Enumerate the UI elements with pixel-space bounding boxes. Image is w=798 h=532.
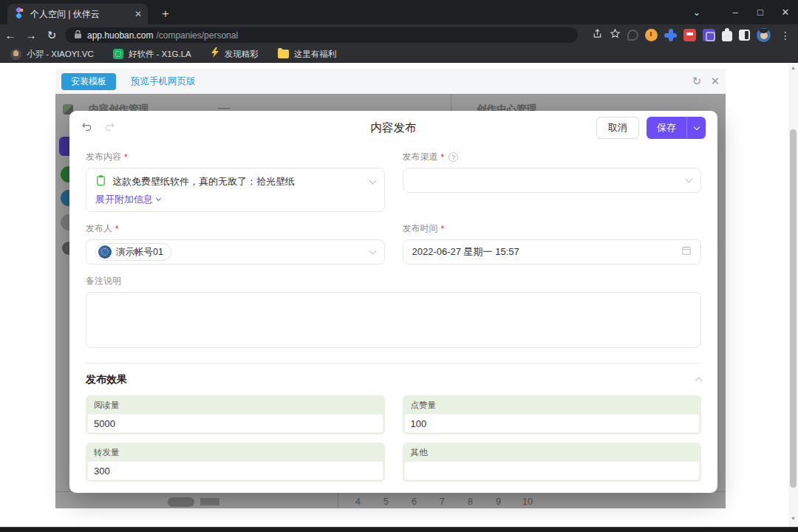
panel-close-icon[interactable]: ✕ <box>710 75 720 88</box>
field-label: 发布渠道 <box>403 151 438 163</box>
scroll-up-icon[interactable]: ▲ <box>788 65 798 70</box>
new-tab-button[interactable]: + <box>157 5 174 23</box>
publisher-select[interactable]: 演示帐号01 <box>86 239 385 265</box>
share-icon[interactable] <box>592 28 603 42</box>
field-label: 备注说明 <box>86 275 121 287</box>
effect-field-likes: 点赞量 <box>403 395 702 434</box>
browser-menu-icon[interactable]: ⋮ <box>777 30 794 41</box>
back-icon[interactable]: ← <box>0 29 21 41</box>
save-options-button[interactable] <box>686 117 706 139</box>
extension-icon-1[interactable] <box>627 30 638 41</box>
publish-channel-select[interactable] <box>403 168 702 193</box>
shares-input[interactable] <box>94 466 377 477</box>
calendar-icon <box>681 245 692 259</box>
dialog-header: 内容发布 取消 保存 <box>69 111 717 145</box>
field-publish-time: 发布时间* <box>403 222 702 265</box>
bookmark-label: 发现精彩 <box>225 49 259 60</box>
extension-purple-icon[interactable] <box>703 29 715 41</box>
likes-input[interactable] <box>411 418 694 429</box>
effect-label: 阅读量 <box>87 399 383 414</box>
publish-content-select[interactable]: 这款免费壁纸软件，真的无敌了：拾光壁纸 展开附加信息 <box>86 168 385 212</box>
address-bar[interactable]: app.huoban.com/companies/personal <box>65 27 578 43</box>
page-content: 安装模板 预览手机网页版 ↻ ✕ 内容创作管理 — 创作中心管理 ⋯ 45678… <box>0 63 798 527</box>
extension-clock-icon[interactable] <box>645 29 658 41</box>
bookmark-lightning-icon <box>211 47 219 61</box>
reload-icon[interactable]: ↻ <box>41 29 62 42</box>
publish-effect-section: 发布效果 阅读量 点赞量 转发量 <box>86 363 701 482</box>
forward-icon[interactable]: → <box>21 29 41 41</box>
publisher-name: 演示帐号01 <box>116 246 163 259</box>
extension-red-icon[interactable] <box>683 29 696 41</box>
field-publish-content: 发布内容* 这款免费壁纸软件，真的无敌了：拾光壁纸 展开附加信息 <box>86 151 385 212</box>
sidebar-panel-icon[interactable] <box>739 30 750 41</box>
window-minimize-button[interactable]: – <box>723 0 748 24</box>
template-toolbar: 安装模板 预览手机网页版 ↻ ✕ <box>55 69 726 94</box>
bookmark-folder-icon <box>278 50 289 58</box>
required-mark: * <box>124 152 128 163</box>
clipboard-icon <box>95 174 106 189</box>
publish-time-field[interactable] <box>403 239 702 265</box>
bookmark-item[interactable]: 发现精彩 <box>211 47 259 61</box>
toolbar-right-icons: ⋮ <box>592 24 794 46</box>
bookmark-item[interactable]: 这里有福利 <box>278 49 337 60</box>
reads-input[interactable] <box>94 418 377 429</box>
url-domain: app.huoban.com <box>87 30 153 41</box>
expand-extra-info-link[interactable]: 展开附加信息 <box>95 193 375 206</box>
content-publish-dialog: 内容发布 取消 保存 发布内容* <box>69 111 717 493</box>
field-publisher: 发布人* 演示帐号01 <box>86 222 385 265</box>
chevron-down-icon <box>369 248 376 255</box>
bookmark-star-icon[interactable] <box>610 28 621 42</box>
note-textarea[interactable] <box>86 292 701 348</box>
bookmark-avatar-icon <box>10 49 21 60</box>
required-mark: * <box>115 224 119 234</box>
chevron-down-icon <box>693 123 699 129</box>
extension-plus-icon[interactable] <box>664 29 677 41</box>
publisher-tag[interactable]: 演示帐号01 <box>95 243 171 261</box>
url-path: /companies/personal <box>156 30 238 41</box>
help-icon[interactable]: ? <box>449 152 458 162</box>
field-publish-channel: 发布渠道*? <box>403 151 702 193</box>
bookmark-label: 好软件 - X1G.LA <box>129 49 191 60</box>
scroll-down-icon[interactable]: ▼ <box>788 516 798 521</box>
cancel-button[interactable]: 取消 <box>596 117 639 139</box>
browser-tab[interactable]: 个人空间 | 伙伴云 ✕ <box>7 4 148 24</box>
window-close-button[interactable]: ✕ <box>773 0 798 24</box>
profile-avatar[interactable] <box>757 28 771 42</box>
required-mark: * <box>441 152 445 163</box>
publish-content-value: 这款免费壁纸软件，真的无敌了：拾光壁纸 <box>112 175 364 188</box>
panel-refresh-icon[interactable]: ↻ <box>692 75 702 88</box>
bookmark-label: 这里有福利 <box>294 49 337 60</box>
extensions-puzzle-icon[interactable] <box>722 31 732 41</box>
install-template-button[interactable]: 安装模板 <box>61 73 116 90</box>
page-scrollbar[interactable]: ▲ ▼ <box>788 63 798 527</box>
collapse-section-icon[interactable] <box>695 378 703 385</box>
bookmark-label: 小羿 - XIAOYI.VC <box>27 49 94 60</box>
dialog-body: 发布内容* 这款免费壁纸软件，真的无敌了：拾光壁纸 展开附加信息 <box>69 145 717 482</box>
required-mark: * <box>441 224 445 234</box>
field-label: 发布内容 <box>86 151 121 163</box>
save-button[interactable]: 保存 <box>647 117 686 139</box>
chevron-down-icon <box>156 196 161 201</box>
save-button-group: 保存 <box>647 117 706 139</box>
field-note: 备注说明 <box>86 275 701 351</box>
tab-search-chevron-icon[interactable]: ⌄ <box>684 0 709 24</box>
effect-label: 点赞量 <box>404 399 700 414</box>
tab-title: 个人空间 | 伙伴云 <box>30 8 129 21</box>
window-maximize-button[interactable]: □ <box>748 0 773 24</box>
other-input[interactable] <box>411 466 694 477</box>
chevron-down-icon <box>686 176 693 183</box>
window-controls: – □ ✕ <box>723 0 798 24</box>
publish-time-input[interactable] <box>412 247 682 258</box>
bookmark-green-icon <box>113 49 123 59</box>
scrollbar-thumb[interactable] <box>790 129 797 488</box>
effect-field-shares: 转发量 <box>86 443 385 482</box>
effect-field-reads: 阅读量 <box>86 395 385 434</box>
field-label: 发布时间 <box>403 222 438 235</box>
preview-mobile-link[interactable]: 预览手机网页版 <box>131 75 196 88</box>
taskbar-edge <box>0 527 798 532</box>
effect-field-other: 其他 <box>403 443 702 482</box>
tab-close-icon[interactable]: ✕ <box>134 9 142 19</box>
bookmark-item[interactable]: 小羿 - XIAOYI.VC <box>10 49 94 60</box>
browser-tab-strip: 个人空间 | 伙伴云 ✕ + ⌄ – □ ✕ <box>0 0 798 24</box>
bookmark-item[interactable]: 好软件 - X1G.LA <box>113 49 191 60</box>
